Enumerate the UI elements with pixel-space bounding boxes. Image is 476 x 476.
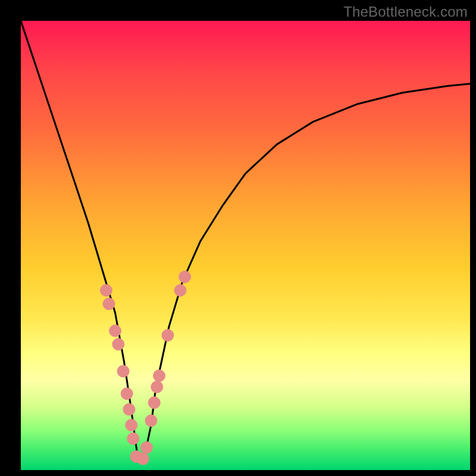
data-marker	[145, 415, 157, 427]
data-marker	[103, 298, 115, 310]
watermark-text: TheBottleneck.com	[343, 4, 468, 20]
bottleneck-curve	[21, 21, 470, 456]
data-marker	[148, 397, 160, 409]
data-marker	[121, 388, 133, 400]
data-marker	[162, 330, 174, 342]
data-marker	[137, 453, 149, 465]
bottleneck-chart-svg	[21, 21, 470, 470]
data-marker	[179, 271, 191, 283]
data-marker	[154, 369, 165, 381]
data-marker	[123, 403, 135, 415]
data-marker	[117, 365, 129, 377]
chart-frame: TheBottleneck.com	[0, 0, 476, 476]
data-marker	[100, 284, 112, 296]
data-marker	[109, 325, 121, 337]
data-marker	[174, 284, 186, 296]
data-marker	[127, 433, 139, 444]
data-marker	[151, 381, 163, 393]
data-marker	[140, 441, 152, 453]
plot-area	[21, 21, 470, 470]
data-marker	[112, 339, 124, 350]
data-marker	[126, 419, 137, 431]
